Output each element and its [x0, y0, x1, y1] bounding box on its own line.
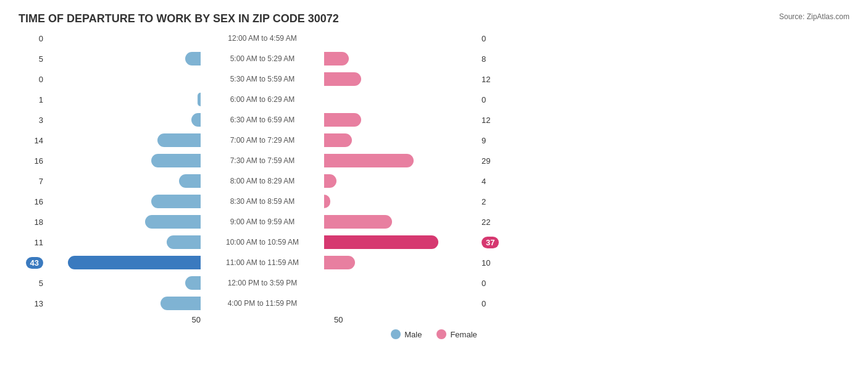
male-bar-container	[46, 52, 201, 65]
female-value: 0	[478, 299, 506, 308]
chart-row: 36:30 AM to 6:59 AM12	[19, 111, 849, 129]
male-value: 7	[19, 177, 46, 186]
male-value: 5	[19, 54, 46, 64]
male-value: 0	[19, 34, 46, 43]
male-bar	[68, 256, 201, 269]
female-bar-container	[324, 195, 478, 208]
chart-row: 4311:00 AM to 11:59 AM10	[19, 253, 849, 272]
female-bar	[324, 133, 352, 147]
legend: MaleFemale	[19, 329, 849, 339]
female-bar	[324, 72, 361, 86]
chart-area: 012:00 AM to 4:59 AM055:00 AM to 5:29 AM…	[19, 29, 849, 339]
female-bar-container	[324, 154, 478, 167]
female-bar	[324, 154, 414, 167]
male-bar	[151, 195, 201, 208]
chart-row: 168:30 AM to 8:59 AM2	[19, 192, 849, 211]
female-value: 0	[478, 34, 506, 43]
male-value: 13	[19, 299, 46, 308]
time-label: 8:30 AM to 8:59 AM	[201, 197, 324, 206]
axis-row: 5050	[19, 315, 849, 324]
legend-female: Female	[436, 329, 477, 339]
female-bar	[324, 174, 336, 188]
female-bar-container	[324, 113, 478, 127]
female-bar	[324, 52, 349, 65]
male-bar-container	[46, 113, 201, 127]
female-bar-container	[324, 276, 478, 290]
female-bar-container	[324, 297, 478, 310]
chart-row: 1110:00 AM to 10:59 AM37	[19, 233, 849, 251]
time-label: 12:00 PM to 3:59 PM	[201, 279, 324, 287]
chart-row: 55:00 AM to 5:29 AM8	[19, 49, 849, 68]
time-label: 10:00 AM to 10:59 AM	[201, 238, 324, 247]
male-bar-container	[46, 154, 201, 167]
legend-female-icon	[436, 329, 446, 339]
chart-row: 05:30 AM to 5:59 AM12	[19, 70, 849, 88]
female-value: 8	[478, 54, 506, 64]
time-label: 8:00 AM to 8:29 AM	[201, 177, 324, 185]
male-value: 5	[19, 279, 46, 288]
legend-male-label: Male	[404, 330, 422, 339]
female-value: 0	[478, 95, 506, 104]
time-label: 5:30 AM to 5:59 AM	[201, 75, 324, 83]
male-value: 11	[19, 238, 46, 247]
female-bar	[324, 195, 330, 208]
female-value: 2	[478, 197, 506, 206]
male-value: 14	[19, 136, 46, 145]
male-bar	[179, 174, 201, 188]
male-bar-container	[46, 195, 201, 208]
male-value: 1	[19, 95, 46, 104]
female-value: 22	[478, 217, 506, 227]
male-value: 3	[19, 116, 46, 125]
time-label: 4:00 PM to 11:59 PM	[201, 299, 324, 308]
female-bar-container	[324, 93, 478, 106]
female-bar-container	[324, 215, 478, 229]
female-value: 37	[478, 238, 506, 247]
legend-male-icon	[391, 329, 401, 339]
male-bar	[151, 154, 201, 167]
chart-row: 512:00 PM to 3:59 PM0	[19, 274, 849, 292]
legend-male: Male	[391, 329, 422, 339]
female-bar	[324, 256, 355, 269]
male-bar-container	[46, 215, 201, 229]
time-label: 6:00 AM to 6:29 AM	[201, 95, 324, 104]
male-bar-container	[46, 276, 201, 290]
time-label: 12:00 AM to 4:59 AM	[201, 34, 324, 43]
male-bar-container	[46, 297, 201, 310]
female-bar	[324, 113, 361, 127]
female-bar-container	[324, 235, 478, 249]
male-bar-container	[46, 133, 201, 147]
male-bar-container	[46, 256, 201, 269]
chart-row: 012:00 AM to 4:59 AM0	[19, 29, 849, 48]
female-bar	[324, 215, 392, 229]
female-value: 0	[478, 279, 506, 288]
male-value: 43	[19, 258, 46, 268]
female-value: 12	[478, 116, 506, 125]
female-bar-container	[324, 256, 478, 269]
female-value: 10	[478, 258, 506, 268]
male-bar	[161, 297, 201, 310]
male-bar	[191, 113, 201, 127]
female-value: 4	[478, 177, 506, 186]
male-value: 18	[19, 217, 46, 227]
female-bar-container	[324, 72, 478, 86]
male-value: 16	[19, 197, 46, 206]
female-bar-container	[324, 52, 478, 65]
male-bar	[157, 133, 201, 147]
male-bar	[185, 52, 201, 65]
female-bar-container	[324, 32, 478, 45]
chart-row: 78:00 AM to 8:29 AM4	[19, 172, 849, 190]
chart-row: 147:00 AM to 7:29 AM9	[19, 131, 849, 150]
male-bar-container	[46, 235, 201, 249]
chart-row: 167:30 AM to 7:59 AM29	[19, 151, 849, 170]
male-bar	[167, 235, 201, 249]
axis-right-label: 50	[324, 315, 506, 324]
time-label: 9:00 AM to 9:59 AM	[201, 217, 324, 226]
female-value: 12	[478, 75, 506, 84]
chart-row: 134:00 PM to 11:59 PM0	[19, 294, 849, 313]
time-label: 7:30 AM to 7:59 AM	[201, 156, 324, 165]
axis-left-label: 50	[19, 315, 201, 324]
female-value: 9	[478, 136, 506, 145]
chart-row: 16:00 AM to 6:29 AM0	[19, 90, 849, 109]
time-label: 5:00 AM to 5:29 AM	[201, 54, 324, 63]
male-value: 0	[19, 75, 46, 84]
